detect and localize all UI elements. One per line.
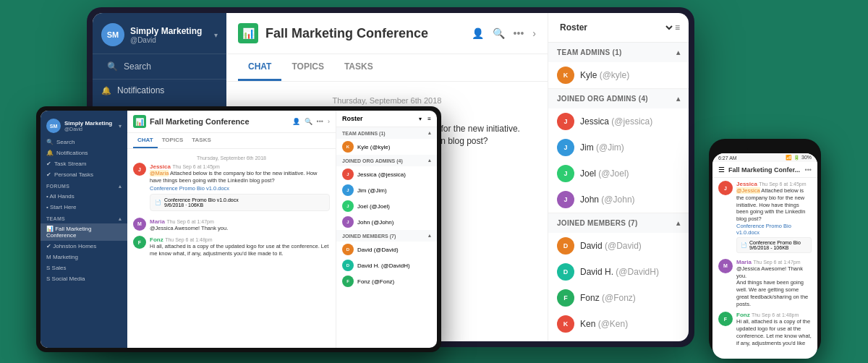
st-date-divider: Thursday, September 6th 2018 (133, 153, 330, 163)
st-msg-maria: M Maria Thu Sep 6 at 1:47pm @Jessica Awe… (133, 218, 330, 232)
st-team-fall[interactable]: 📊 Fall Marketing Conference (41, 223, 127, 241)
st-tab-chat[interactable]: CHAT (133, 133, 158, 148)
st-roster-org-admins-header[interactable]: JOINED ORG ADMINS (4) (336, 155, 437, 166)
davidh-name: David H. (@DavidH) (580, 267, 659, 277)
st-file-icon: 📄 (155, 200, 161, 205)
roster-section-members-header[interactable]: JOINED MEMBERS (7) (548, 213, 689, 233)
phone-menu-icon[interactable]: ☰ (718, 166, 725, 174)
st-john-avatar: J (342, 216, 354, 228)
roster-section-admins-header[interactable]: TEAM ADMINS (1) (548, 43, 689, 62)
phone-msg-jessica: J Jessica Thu Sep 6 at 1:45pm @Jessica A… (718, 181, 812, 255)
st-addmember-icon[interactable]: 👤 (292, 118, 300, 125)
st-roster-david: D David (@David) (336, 242, 437, 257)
st-roster-kyle: K Kyle (@kyle) (336, 139, 437, 155)
st-roster-members-header[interactable]: JOINED MEMBERS (7) (336, 230, 437, 242)
phone-maria-text: @Jessica Awesome! Thank you. (736, 265, 812, 280)
search-header-icon[interactable]: 🔍 (493, 27, 505, 39)
phone-more-icon[interactable]: ••• (805, 166, 812, 174)
tab-topics[interactable]: TOPICS (281, 54, 333, 81)
st-maria-time: Thu Sep 6 at 1:47pm (166, 219, 213, 224)
roster-member-jim: J Jim (@Jim) (548, 134, 689, 161)
st-search-icon[interactable]: 🔍 (305, 118, 312, 125)
st-file-meta: 9/6/2018 · 106KB (164, 202, 239, 208)
roster-section-admins: TEAM ADMINS (1) K Kyle (@kyle) (548, 43, 689, 89)
phone-signal: 📶 🔋 30% (786, 155, 812, 161)
more-icon[interactable]: ••• (514, 27, 524, 39)
phone-maria-name: Maria (736, 259, 752, 265)
st-team-marketing[interactable]: M Marketing (41, 252, 127, 262)
st-forum-allhands[interactable]: • All Hands (41, 191, 127, 202)
st-taskstream-nav[interactable]: ✔ Task Stream (41, 158, 127, 169)
org-admins-chevron-icon (676, 95, 680, 103)
st-main: 📊 Fall Marketing Conference 👤 🔍 ••• › CH… (127, 111, 336, 348)
roster-select[interactable]: Roster (557, 22, 675, 33)
st-file-link[interactable]: Conference Promo Bio v1.0.docx (150, 185, 229, 192)
st-arrow-icon[interactable]: › (328, 118, 330, 125)
phone-file-attachment: 📄 Conference Promo Bio 9/6/2018 - 106KB (736, 237, 812, 253)
roster-member-jessica: J Jessica (@jessica) (548, 108, 689, 134)
phone-maria-content: Maria Thu Sep 6 at 1:47pm @Jessica Aweso… (736, 259, 812, 308)
joel-avatar: J (557, 165, 574, 182)
st-header: 📊 Fall Marketing Conference 👤 🔍 ••• › (127, 111, 336, 133)
st-maria-name: Maria (150, 218, 165, 225)
david-avatar: D (557, 237, 574, 255)
st-joel-avatar: J (342, 200, 354, 212)
st-david-avatar: D (342, 244, 354, 255)
st-notifications-label: Notifications (56, 150, 88, 156)
org-name: Simply Marketing (130, 26, 202, 36)
sidebar-item-notifications[interactable]: 🔔 Notifications (93, 80, 226, 101)
roster-section-members: JOINED MEMBERS (7) D David (@David) D Da… (548, 213, 689, 341)
st-forum-starthere[interactable]: • Start Here (41, 202, 127, 213)
roster-member-maria: M Maria (@Maria) (548, 337, 689, 341)
davidh-avatar: D (557, 263, 574, 281)
bell-icon: 🔔 (101, 86, 111, 95)
ken-name: Ken (@Ken) (580, 319, 628, 329)
small-tablet-screen: SM Simply Marketing @David ▾ 🔍 Search 🔔 … (41, 111, 437, 348)
roster-panel: Roster ≡ TEAM ADMINS (1) K Kyle (@kyle) … (548, 13, 689, 341)
st-file-name: Conference Promo Bio v1.0.docx (164, 197, 239, 202)
st-fonz-time: Thu Sep 6 at 1:48pm (165, 237, 212, 242)
tab-chat[interactable]: CHAT (238, 54, 281, 81)
st-tab-tasks[interactable]: TASKS (187, 133, 216, 148)
arrow-right-icon[interactable]: › (532, 27, 536, 39)
sidebar-header[interactable]: SM Simply Marketing @David ▾ (93, 13, 226, 54)
st-tab-topics[interactable]: TOPICS (158, 133, 188, 148)
kyle-avatar: K (557, 67, 574, 84)
phone-jessica-avatar: J (718, 181, 733, 195)
st-personaltasks-nav[interactable]: ✔ Personal Tasks (41, 169, 127, 180)
phone-maria-text2: And things have been going well. We are … (736, 279, 812, 307)
phone-fonz-header: Fonz Thu Sep 6 at 1:48pm (736, 312, 812, 318)
st-roster-filter-icon[interactable]: ≡ (427, 116, 431, 122)
roster-member-john: J John (@John) (548, 187, 689, 213)
st-search-nav[interactable]: 🔍 Search (41, 137, 127, 148)
roster-section-org-admins-header[interactable]: JOINED ORG ADMINS (4) (548, 89, 689, 108)
st-org-admins-chevron-icon (428, 158, 431, 163)
phone-fonz-text: Hi all, attached is a copy of the update… (736, 318, 812, 346)
st-more-icon[interactable]: ••• (317, 118, 323, 125)
roster-header: Roster ≡ (548, 13, 689, 43)
phone-screen: 6:27 AM 📶 🔋 30% ☰ Fall Marketing Confer.… (712, 153, 817, 359)
add-member-icon[interactable]: 👤 (472, 27, 484, 39)
st-chevron-icon: ▾ (119, 123, 122, 129)
phone-title: Fall Marketing Confer... (728, 166, 805, 174)
st-avatar: SM (46, 119, 61, 133)
st-notifications-nav[interactable]: 🔔 Notifications (41, 148, 127, 158)
st-jessica-roster-avatar: J (342, 168, 354, 180)
st-team-social[interactable]: S Social Media (41, 273, 127, 284)
search-nav-item[interactable]: 🔍 Search (93, 54, 226, 80)
st-maria-avatar: M (133, 218, 146, 231)
chat-header: 📊 Fall Marketing Conference 👤 🔍 ••• › (226, 13, 548, 54)
st-team-johnston[interactable]: ✔ Johnston Homes (41, 241, 127, 252)
filter-icon[interactable]: ≡ (675, 22, 680, 33)
members-chevron-icon (676, 219, 680, 227)
st-username: @David (64, 127, 112, 132)
st-roster-admins-header[interactable]: TEAM ADMINS (1) (336, 127, 437, 139)
john-avatar: J (557, 191, 574, 208)
tab-tasks[interactable]: TASKS (334, 54, 383, 81)
phone-file-link[interactable]: Conference Promo Bio v1.0.docx (736, 223, 791, 236)
st-fonz-content: Fonz Thu Sep 6 at 1:48pm Hi all, attache… (150, 236, 330, 257)
chat-title: Fall Marketing Conference (265, 26, 472, 41)
st-team-sales[interactable]: S Sales (41, 262, 127, 273)
jim-name: Jim (@Jim) (580, 142, 624, 153)
phone-maria-time: Thu Sep 6 at 1:47pm (753, 260, 800, 265)
